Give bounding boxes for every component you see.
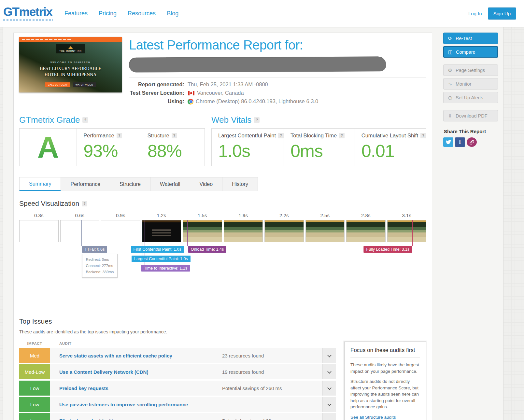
login-link[interactable]: Log In bbox=[468, 11, 482, 16]
onload-marker-line bbox=[187, 220, 188, 246]
gear-icon: ⚙ bbox=[447, 67, 453, 73]
redacted-url bbox=[129, 56, 386, 72]
expand-row-button[interactable] bbox=[322, 348, 336, 363]
nav-resources[interactable]: Resources bbox=[128, 10, 156, 17]
frame-0.9s[interactable] bbox=[101, 220, 140, 242]
cls-help-icon[interactable]: ? bbox=[420, 133, 426, 138]
audit-link[interactable]: Serve static assets with an efficient ca… bbox=[59, 353, 222, 358]
frame-1.9s[interactable] bbox=[224, 220, 263, 242]
expand-row-button[interactable] bbox=[322, 381, 336, 396]
report-tabs: Summary Performance Structure Waterfall … bbox=[19, 177, 426, 191]
audit-detail: 23 resources found bbox=[222, 353, 319, 358]
frame-2.2s[interactable] bbox=[264, 220, 304, 242]
server-location-text: Vancouver, Canada bbox=[197, 90, 244, 96]
audit-detail: 19 resources found bbox=[222, 369, 319, 375]
structure-score: 88% bbox=[148, 141, 205, 161]
fully-loaded-label: Fully Loaded Time: 3.1s bbox=[364, 246, 412, 253]
web-vitals-help-icon[interactable]: ? bbox=[254, 117, 260, 123]
performance-help-icon[interactable]: ? bbox=[117, 133, 122, 138]
tbt-value: 0ms bbox=[290, 141, 355, 161]
tti-label: Time to Interactive: 1.1s bbox=[141, 265, 190, 272]
structure-help-icon[interactable]: ? bbox=[172, 133, 177, 138]
audit-link[interactable]: Preload key requests bbox=[59, 385, 222, 391]
expand-row-button[interactable] bbox=[322, 397, 336, 412]
frame-1.5s[interactable] bbox=[183, 220, 222, 242]
retest-label: Re-Test bbox=[456, 36, 472, 41]
clock-icon: ◷ bbox=[447, 95, 453, 101]
set-up-alerts-button[interactable]: ◷ Set Up Alerts bbox=[443, 92, 498, 103]
focus-box-paragraph: These audits likely have the largest imp… bbox=[350, 362, 420, 374]
ttfb-details-box: Redirect: 0ms Connect: 277ms Backend: 33… bbox=[82, 254, 118, 278]
lcp-label: Largest Contentful Paint: 1.0s bbox=[132, 256, 191, 262]
audit-link[interactable]: Use passive listeners to improve scrolli… bbox=[59, 402, 222, 407]
monitor-button[interactable]: ∿ Monitor bbox=[443, 78, 498, 90]
compare-icon: ◫ bbox=[448, 49, 453, 55]
top-issues-heading: Top Issues bbox=[19, 317, 426, 325]
timestamp: 2.5s bbox=[305, 213, 345, 218]
timestamp: 1.2s bbox=[142, 213, 181, 218]
table-row: Low Eliminate render-blocking resources … bbox=[19, 413, 336, 420]
tab-performance[interactable]: Performance bbox=[61, 177, 110, 191]
retest-button[interactable]: ⟳ Re-Test bbox=[443, 33, 498, 44]
tab-summary[interactable]: Summary bbox=[19, 177, 61, 191]
chevron-down-icon bbox=[327, 402, 332, 406]
share-link-button[interactable] bbox=[467, 137, 477, 147]
tab-waterfall[interactable]: Waterfall bbox=[150, 177, 190, 191]
table-row: Med-Low Use a Content Delivery Network (… bbox=[19, 364, 336, 379]
timestamp: 1.5s bbox=[183, 213, 222, 218]
ttfb-marker-line bbox=[81, 220, 82, 246]
download-pdf-button[interactable]: ⇩ Download PDF bbox=[443, 110, 498, 121]
filmstrip-frames bbox=[19, 220, 426, 242]
server-location-value: Vancouver, Canada bbox=[188, 90, 426, 96]
frame-3.1s[interactable] bbox=[387, 220, 427, 242]
compare-button[interactable]: ◫ Compare bbox=[443, 46, 498, 58]
frame-1.2s[interactable] bbox=[142, 220, 181, 242]
tab-history[interactable]: History bbox=[222, 177, 258, 191]
lcp-value: 1.0s bbox=[218, 141, 284, 161]
nav-features[interactable]: Features bbox=[64, 10, 88, 17]
timestamp: 0.3s bbox=[19, 213, 59, 218]
ttfb-label: TTFB: 0.6s bbox=[82, 246, 107, 253]
tbt-help-icon[interactable]: ? bbox=[339, 133, 345, 138]
signup-button[interactable]: Sign Up bbox=[488, 7, 516, 20]
speed-viz-help-icon[interactable]: ? bbox=[82, 201, 87, 206]
waveform-icon: ∿ bbox=[447, 81, 453, 87]
expand-row-button[interactable] bbox=[322, 413, 336, 420]
web-vitals-heading: Web Vitals bbox=[211, 115, 251, 125]
audit-link[interactable]: Eliminate render-blocking resources bbox=[59, 418, 222, 420]
frame-0.6s[interactable] bbox=[60, 220, 100, 242]
see-structure-audits-link[interactable]: See all Structure audits bbox=[350, 415, 396, 420]
performance-score: 93% bbox=[83, 141, 140, 161]
audit-detail: Potential savings of 260 ms bbox=[222, 385, 319, 391]
tab-video[interactable]: Video bbox=[190, 177, 223, 191]
frame-2.5s[interactable] bbox=[305, 220, 345, 242]
lcp-help-icon[interactable]: ? bbox=[278, 133, 284, 138]
nav-blog[interactable]: Blog bbox=[167, 10, 178, 17]
download-icon: ⇩ bbox=[447, 113, 453, 119]
tab-structure[interactable]: Structure bbox=[110, 177, 150, 191]
share-facebook-button[interactable]: f bbox=[455, 137, 465, 147]
share-twitter-button[interactable] bbox=[443, 137, 453, 147]
page-title: Latest Performance Report for: bbox=[129, 38, 426, 52]
thumb-video-button: WATCH VIDEO bbox=[73, 82, 96, 87]
filmstrip-timestamps: 0.3s 0.6s 0.9s 1.2s 1.5s 1.9s 2.2s 2.5s … bbox=[19, 213, 426, 218]
audit-link[interactable]: Use a Content Delivery Network (CDN) bbox=[59, 369, 222, 375]
page-settings-button[interactable]: ⚙ Page Settings bbox=[443, 64, 498, 76]
report-generated-label: Report generated: bbox=[129, 81, 184, 88]
frame-2.8s[interactable] bbox=[346, 220, 386, 242]
thumb-orange-header bbox=[19, 37, 122, 42]
top-issues-table: IMPACT AUDIT Med Serve static assets wit… bbox=[19, 342, 336, 420]
expand-row-button[interactable] bbox=[322, 364, 336, 379]
impact-badge: Low bbox=[19, 381, 50, 396]
chevron-down-icon bbox=[327, 418, 332, 420]
impact-badge: Low bbox=[19, 397, 50, 412]
cls-label: Cumulative Layout Shift bbox=[361, 133, 418, 139]
nav-pricing[interactable]: Pricing bbox=[99, 10, 117, 17]
gtmetrix-logo[interactable]: GTmetrix bbox=[3, 6, 53, 21]
timestamp: 0.9s bbox=[101, 213, 140, 218]
audit-detail: Potential savings of 80 ms bbox=[222, 418, 319, 420]
grade-help-icon[interactable]: ? bbox=[82, 117, 88, 123]
table-row: Low Use passive listeners to improve scr… bbox=[19, 397, 336, 412]
frame-0.3s[interactable] bbox=[19, 220, 59, 242]
focus-audits-box: Focus on these audits first These audits… bbox=[344, 342, 426, 420]
